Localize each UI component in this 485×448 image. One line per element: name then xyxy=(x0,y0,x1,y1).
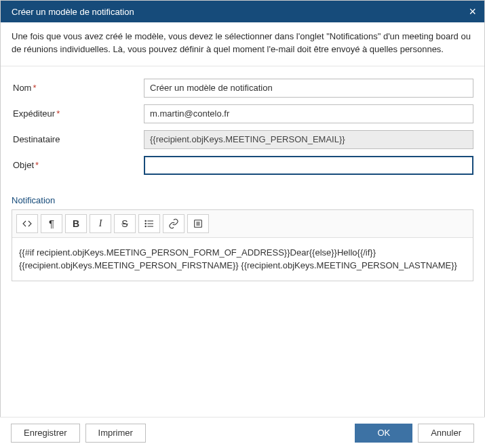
close-icon[interactable]: × xyxy=(469,5,476,18)
required-marker: * xyxy=(56,108,60,119)
section-notification-label: Notification xyxy=(1,190,484,209)
ok-button[interactable]: OK xyxy=(355,424,412,443)
italic-button[interactable]: I xyxy=(90,214,111,233)
editor-line-1: {{#if recipient.objKeys.MEETING_PERSON_F… xyxy=(19,246,466,260)
dialog-description: Une fois que vous avez créé le modèle, v… xyxy=(1,22,484,66)
editor-toolbar: ¶ B I S xyxy=(12,210,473,238)
label-name: Nom* xyxy=(12,83,144,93)
label-recipient: Destinataire xyxy=(12,134,144,144)
label-sender-text: Expéditeur xyxy=(13,108,55,119)
dialog-footer: Enregistrer Imprimer OK Annuler xyxy=(0,417,485,448)
name-input[interactable] xyxy=(144,79,473,98)
link-icon xyxy=(168,218,179,229)
label-subject-text: Objet xyxy=(13,160,34,170)
row-sender: Expéditeur* xyxy=(12,104,473,123)
svg-point-3 xyxy=(145,220,146,221)
dialog-title: Créer un modèle de notification xyxy=(12,7,134,17)
code-icon xyxy=(22,218,33,229)
label-subject: Objet* xyxy=(12,160,144,170)
form-area: Nom* Expéditeur* Destinataire Objet* xyxy=(1,66,484,190)
editor: ¶ B I S {{#if recipient.objKeys.MEETING_… xyxy=(12,209,473,281)
link-button[interactable] xyxy=(163,214,185,233)
editor-body[interactable]: {{#if recipient.objKeys.MEETING_PERSON_F… xyxy=(12,238,473,281)
svg-point-5 xyxy=(145,226,146,226)
strike-button[interactable]: S xyxy=(114,214,136,233)
cancel-button[interactable]: Annuler xyxy=(418,424,474,443)
titlebar: Créer un modèle de notification × xyxy=(1,1,484,22)
label-name-text: Nom xyxy=(13,83,31,93)
recipient-input xyxy=(144,130,473,149)
label-sender: Expéditeur* xyxy=(12,108,144,119)
sender-input[interactable] xyxy=(144,104,473,123)
list-icon xyxy=(144,218,155,229)
save-button[interactable]: Enregistrer xyxy=(11,424,80,443)
block-icon xyxy=(193,218,203,229)
print-button[interactable]: Imprimer xyxy=(85,424,146,443)
block-button[interactable] xyxy=(187,214,209,233)
editor-line-2: {{recipient.objKeys.MEETING_PERSON_FIRST… xyxy=(19,259,466,272)
row-recipient: Destinataire xyxy=(12,130,473,149)
required-marker: * xyxy=(35,160,39,170)
subject-input[interactable] xyxy=(144,156,473,175)
label-recipient-text: Destinataire xyxy=(13,134,60,144)
bold-button[interactable]: B xyxy=(65,214,87,233)
paragraph-button[interactable]: ¶ xyxy=(41,214,62,233)
row-subject: Objet* xyxy=(12,156,473,175)
list-button[interactable] xyxy=(138,214,160,233)
required-marker: * xyxy=(33,83,36,93)
svg-point-4 xyxy=(145,223,146,224)
row-name: Nom* xyxy=(12,79,473,98)
code-view-button[interactable] xyxy=(16,214,38,233)
